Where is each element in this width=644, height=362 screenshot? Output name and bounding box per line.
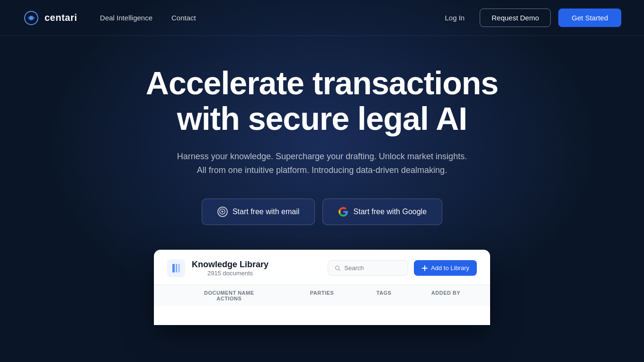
- email-icon: [217, 207, 228, 217]
- library-fade-overlay: [154, 306, 490, 325]
- hero-title: Accelerate transactions with secure lega…: [146, 65, 498, 136]
- log-in-button[interactable]: Log In: [438, 10, 473, 26]
- svg-rect-4: [172, 264, 175, 272]
- nav-left: centari Deal Intelligence Contact: [23, 9, 196, 27]
- library-icon: [167, 259, 185, 277]
- library-title-text: Knowledge Library 2915 documents: [192, 260, 268, 277]
- logo[interactable]: centari: [23, 9, 77, 27]
- library-doc-count: 2915 documents: [192, 270, 268, 277]
- google-button-label: Start free with Google: [353, 208, 427, 216]
- google-icon: [338, 207, 349, 217]
- hero-subtitle: Harness your knowledge. Supercharge your…: [177, 150, 467, 178]
- library-actions: Add to Library: [328, 260, 477, 276]
- svg-rect-6: [178, 264, 180, 272]
- search-input[interactable]: [344, 264, 401, 272]
- library-table: DOCUMENT NAME PARTIES TAGS ADDED BY ACTI…: [154, 285, 490, 306]
- nav-links: Deal Intelligence Contact: [100, 14, 196, 22]
- search-icon: [335, 265, 340, 272]
- col-tags: TAGS: [353, 290, 415, 296]
- col-actions: ACTIONS: [167, 296, 291, 301]
- library-header: Knowledge Library 2915 documents Add: [154, 250, 490, 285]
- cta-buttons: Start free with email Start free with Go…: [202, 199, 442, 225]
- nav-link-deal-intelligence[interactable]: Deal Intelligence: [100, 14, 152, 22]
- request-demo-button[interactable]: Request Demo: [480, 9, 551, 27]
- navbar: centari Deal Intelligence Contact Log In…: [0, 0, 644, 36]
- col-parties: PARTIES: [291, 290, 353, 296]
- add-library-label: Add to Library: [431, 264, 469, 272]
- library-search-box[interactable]: [328, 260, 408, 276]
- start-free-google-button[interactable]: Start free with Google: [322, 199, 442, 225]
- knowledge-library-card: Knowledge Library 2915 documents Add: [154, 250, 490, 325]
- start-free-email-button[interactable]: Start free with email: [202, 199, 315, 225]
- table-header: DOCUMENT NAME PARTIES TAGS ADDED BY ACTI…: [154, 285, 490, 306]
- hero-subtitle-line1: Harness your knowledge. Supercharge your…: [177, 152, 467, 161]
- centari-logo-icon: [23, 9, 40, 27]
- hero-title-line2: with secure legal AI: [146, 101, 498, 136]
- nav-link-contact[interactable]: Contact: [171, 14, 196, 22]
- svg-point-1: [29, 16, 33, 20]
- col-document-name: DOCUMENT NAME: [167, 290, 291, 296]
- nav-right: Log In Request Demo Get Started: [438, 9, 622, 27]
- svg-point-3: [222, 211, 224, 213]
- hero-section: Accelerate transactions with secure lega…: [0, 36, 644, 325]
- plus-icon: [421, 265, 428, 272]
- email-button-label: Start free with email: [233, 208, 299, 216]
- col-added-by: ADDED BY: [415, 290, 477, 296]
- add-to-library-button[interactable]: Add to Library: [414, 260, 477, 276]
- brand-name: centari: [45, 12, 77, 23]
- library-title: Knowledge Library: [192, 260, 268, 270]
- library-title-area: Knowledge Library 2915 documents: [167, 259, 268, 277]
- hero-subtitle-line2: All from one intuitive platform. Introdu…: [197, 165, 447, 175]
- svg-rect-5: [176, 264, 177, 272]
- get-started-button[interactable]: Get Started: [558, 9, 621, 27]
- hero-title-line1: Accelerate transactions: [146, 65, 498, 101]
